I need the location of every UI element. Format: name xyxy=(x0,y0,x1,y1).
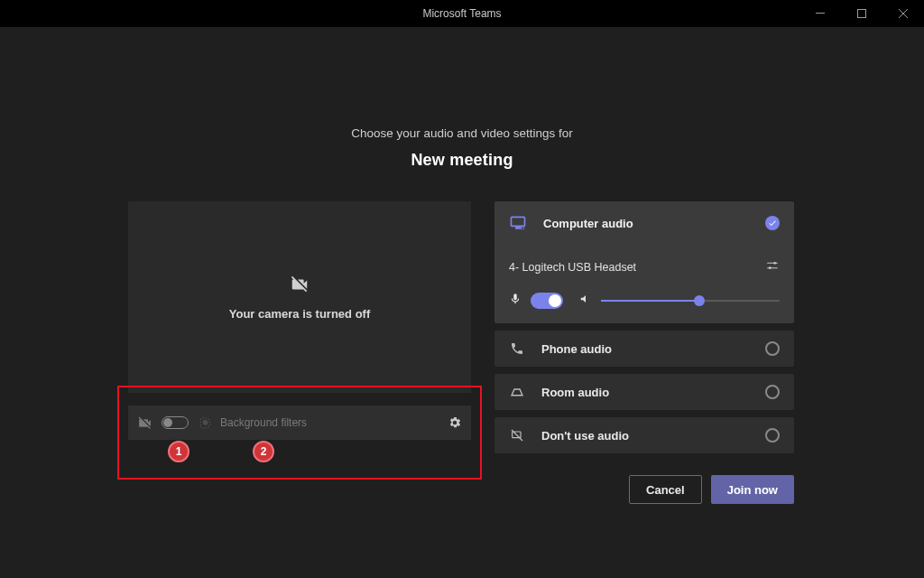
equalizer-icon xyxy=(765,258,780,276)
camera-preview-panel: Your camera is turned off xyxy=(128,201,471,393)
phone-audio-option[interactable]: Phone audio xyxy=(494,331,794,367)
computer-audio-card[interactable]: Computer audio 4- Logitech USB Headset xyxy=(494,201,794,323)
device-select-row[interactable]: 4- Logitech USB Headset xyxy=(509,247,780,276)
annotation-badge-1: 1 xyxy=(168,441,189,462)
computer-audio-label: Computer audio xyxy=(543,217,633,230)
svg-rect-1 xyxy=(858,10,866,18)
background-filters-button[interactable]: Background filters xyxy=(220,416,307,429)
selected-check-icon xyxy=(765,216,780,230)
mic-group xyxy=(509,293,563,309)
microphone-icon xyxy=(509,293,522,309)
annotation-badge-2: 2 xyxy=(253,441,274,462)
close-button[interactable] xyxy=(882,0,924,27)
computer-audio-icon xyxy=(509,214,527,232)
action-row: Cancel Join now xyxy=(494,475,794,504)
video-controls-bar: Background filters xyxy=(128,406,471,440)
window: Microsoft Teams Choose your audio and vi… xyxy=(0,0,924,578)
phone-audio-label: Phone audio xyxy=(541,342,612,356)
room-audio-label: Room audio xyxy=(541,386,609,399)
stage: Your camera is turned off Background fil… xyxy=(128,201,796,504)
no-audio-option[interactable]: Don't use audio xyxy=(494,417,794,453)
cancel-button[interactable]: Cancel xyxy=(629,475,702,504)
join-now-button[interactable]: Join now xyxy=(711,475,794,504)
meeting-title: New meeting xyxy=(0,151,924,170)
video-column: Your camera is turned off Background fil… xyxy=(128,201,471,504)
camera-off-text: Your camera is turned off xyxy=(229,307,371,321)
no-audio-radio[interactable] xyxy=(765,428,780,443)
camera-off-icon xyxy=(290,275,310,298)
svg-rect-0 xyxy=(816,13,825,14)
volume-slider[interactable] xyxy=(601,300,780,302)
room-audio-radio[interactable] xyxy=(765,385,780,399)
device-name: 4- Logitech USB Headset xyxy=(509,261,636,274)
no-audio-icon xyxy=(509,428,525,443)
phone-icon xyxy=(509,341,525,356)
headline: Choose your audio and video settings for… xyxy=(0,126,924,170)
audio-controls-row xyxy=(509,276,780,309)
device-settings-button[interactable] xyxy=(448,415,462,430)
mic-toggle[interactable] xyxy=(531,293,563,309)
svg-point-2 xyxy=(773,262,776,265)
camera-toggle-icon xyxy=(137,415,152,431)
volume-thumb[interactable] xyxy=(694,295,705,306)
volume-fill xyxy=(601,300,699,302)
camera-toggle[interactable] xyxy=(162,416,189,429)
window-controls xyxy=(799,0,924,27)
no-audio-label: Don't use audio xyxy=(541,429,629,443)
audio-panel: Computer audio 4- Logitech USB Headset xyxy=(494,201,794,504)
maximize-button[interactable] xyxy=(841,0,882,27)
camera-toggle-knob xyxy=(163,418,172,427)
room-audio-option[interactable]: Room audio xyxy=(494,374,794,410)
svg-point-3 xyxy=(769,266,772,269)
room-icon xyxy=(509,384,525,400)
speaker-icon xyxy=(579,293,592,309)
phone-audio-radio[interactable] xyxy=(765,341,780,356)
background-filters-icon xyxy=(198,415,213,431)
computer-audio-header: Computer audio xyxy=(509,214,780,232)
minimize-button[interactable] xyxy=(799,0,841,27)
titlebar: Microsoft Teams xyxy=(0,0,924,27)
window-title: Microsoft Teams xyxy=(422,7,501,20)
mic-toggle-knob xyxy=(549,294,561,307)
volume-group xyxy=(579,293,780,309)
headline-subtext: Choose your audio and video settings for xyxy=(0,126,924,140)
